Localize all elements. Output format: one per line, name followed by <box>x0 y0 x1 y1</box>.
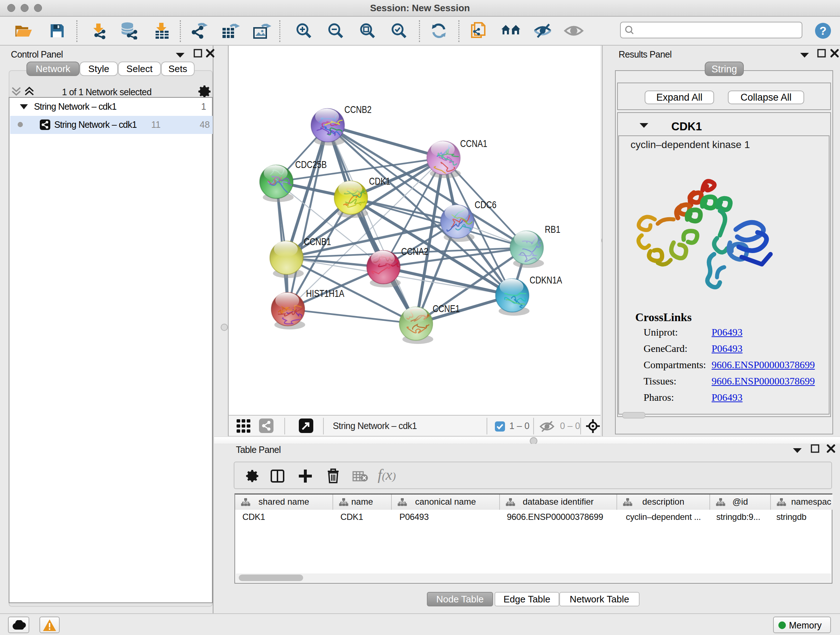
svg-text:CDC25B: CDC25B <box>295 159 327 170</box>
svg-text:CDC6: CDC6 <box>475 199 496 211</box>
svg-text:RB1: RB1 <box>545 224 561 235</box>
svg-text:HIST1H1A: HIST1H1A <box>306 288 344 299</box>
svg-text:CCNB1: CCNB1 <box>304 236 331 247</box>
svg-text:CDK1: CDK1 <box>369 176 390 187</box>
svg-text:CCNE1: CCNE1 <box>433 303 460 314</box>
svg-text:CCNB2: CCNB2 <box>344 104 371 115</box>
svg-text:?: ? <box>819 24 827 37</box>
svg-text:CDKN1A: CDKN1A <box>530 274 562 286</box>
svg-text:CCNA2: CCNA2 <box>401 246 428 257</box>
svg-text:CCNA1: CCNA1 <box>460 138 487 149</box>
